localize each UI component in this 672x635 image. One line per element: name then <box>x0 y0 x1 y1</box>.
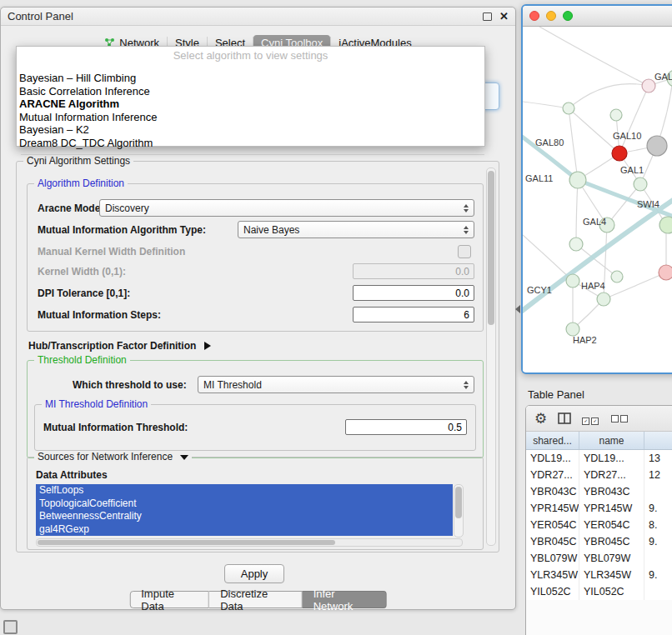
table-row[interactable]: YBR045C YBR045C 9. <box>526 533 672 550</box>
tab-infer-network[interactable]: Infer Network <box>303 591 387 608</box>
mi-type-select[interactable]: Naive Bayes <box>238 221 474 238</box>
mi-steps-field[interactable]: 6 <box>353 307 474 322</box>
cell-shared-name[interactable]: YPR145W <box>526 500 579 517</box>
deselect-all-icon[interactable] <box>611 411 629 426</box>
column-header-name[interactable]: name <box>579 432 644 449</box>
cell-shared-name[interactable]: YER054C <box>526 517 579 533</box>
cell-value[interactable] <box>644 583 672 600</box>
gene-node-red[interactable] <box>612 146 627 161</box>
table-row[interactable]: YLR345W YLR345W 9. <box>526 567 672 583</box>
aracne-mode-select[interactable]: Discovery <box>99 199 474 217</box>
close-traffic-light[interactable] <box>529 11 539 21</box>
dpi-tolerance-label: DPI Tolerance [0,1]: <box>38 288 130 299</box>
column-header-extra[interactable] <box>644 432 672 449</box>
network-canvas[interactable]: GAL GAL80 GAL10 GAL11 GAL1 SWI4 GAL4 GCY… <box>523 27 672 372</box>
float-window-icon[interactable] <box>483 12 492 21</box>
gene-node[interactable] <box>569 172 586 188</box>
table-row[interactable]: YDL19... YDL19... 13 <box>526 450 672 467</box>
gene-node[interactable] <box>611 271 623 282</box>
attributes-horizontal-scrollbar[interactable] <box>36 538 463 547</box>
cell-value[interactable]: 13 <box>644 450 672 467</box>
tab-discretize-data[interactable]: Discretize Data <box>209 591 302 608</box>
cell-value[interactable] <box>644 550 672 567</box>
cell-value[interactable]: 12 <box>644 467 672 483</box>
cell-name[interactable]: YDL19... <box>579 450 644 467</box>
apply-button[interactable]: Apply <box>224 564 284 583</box>
gene-node-pink[interactable] <box>659 265 672 280</box>
cell-shared-name[interactable]: YBL079W <box>526 550 579 567</box>
attribute-item[interactable]: gal4RGexp <box>36 523 453 537</box>
dropdown-item[interactable]: Bayesian – K2 <box>17 123 484 137</box>
dpi-tolerance-field[interactable]: 0.0 <box>353 285 474 301</box>
mi-threshold-field[interactable]: 0.5 <box>345 419 467 435</box>
cell-value[interactable]: 9. <box>644 500 672 517</box>
cell-shared-name[interactable]: YIL052C <box>526 583 579 600</box>
table-row[interactable]: YBL079W YBL079W <box>526 550 672 567</box>
attributes-hscroll-thumb[interactable] <box>38 540 335 545</box>
settings-scrollbar-thumb[interactable] <box>488 171 494 325</box>
column-selector-icon[interactable] <box>558 412 571 424</box>
cell-name[interactable]: YLR345W <box>579 567 644 583</box>
settings-scrollbar[interactable] <box>486 168 496 546</box>
select-all-icon[interactable]: ✓✓ <box>582 411 600 426</box>
cell-shared-name[interactable]: YLR345W <box>526 567 579 583</box>
gene-node[interactable] <box>597 292 610 306</box>
cell-shared-name[interactable]: YBR043C <box>526 483 579 500</box>
cell-name[interactable]: YBR045C <box>579 533 644 550</box>
attribute-item[interactable]: TopologicalCoefficient <box>36 498 453 511</box>
cell-value[interactable]: 9. <box>644 533 672 550</box>
cell-name[interactable]: YDR27... <box>579 467 644 483</box>
manual-kernel-checkbox[interactable] <box>458 245 471 258</box>
cell-value[interactable]: 8. <box>644 517 672 533</box>
kernel-width-field[interactable]: 0.0 <box>353 263 474 279</box>
cell-value[interactable]: 9. <box>644 567 672 583</box>
settings-gear-icon[interactable]: ⚙ <box>534 412 547 426</box>
cell-shared-name[interactable]: YBR045C <box>526 533 579 550</box>
attribute-item[interactable]: SelfLoops <box>36 484 453 498</box>
attribute-item[interactable]: BetweennessCentrality <box>36 510 453 523</box>
cell-name[interactable]: YIL052C <box>579 583 644 600</box>
column-header-shared-name[interactable]: shared... <box>526 432 579 449</box>
gene-node[interactable] <box>610 109 622 121</box>
cell-name[interactable]: YER054C <box>579 517 644 533</box>
which-threshold-select[interactable]: MI Threshold <box>198 376 474 393</box>
gene-node[interactable] <box>566 322 579 336</box>
attributes-vscroll-thumb[interactable] <box>455 487 462 518</box>
gene-node[interactable] <box>634 178 647 191</box>
node-label: GAL4 <box>583 217 606 227</box>
cell-value[interactable] <box>644 483 672 500</box>
restore-panel-icon[interactable] <box>3 620 18 634</box>
node-label: SWI4 <box>637 199 659 209</box>
collapse-down-icon[interactable] <box>180 455 188 460</box>
hub-definition-toggle[interactable]: Hub/Transcription Factor Definition <box>28 337 482 354</box>
dropdown-item[interactable]: Mutual Information Inference <box>17 111 484 124</box>
cell-name[interactable]: YBL079W <box>579 550 644 567</box>
panel-collapse-arrow[interactable] <box>515 305 520 313</box>
cell-name[interactable]: YBR043C <box>579 483 644 500</box>
minimize-traffic-light[interactable] <box>546 11 556 21</box>
table-row[interactable]: YER054C YER054C 8. <box>526 517 672 533</box>
dropdown-item-selected[interactable]: ARACNE Algorithm <box>17 98 484 111</box>
attributes-vertical-scrollbar[interactable] <box>454 484 464 538</box>
sources-group-title[interactable]: Sources for Network Inference <box>34 451 192 462</box>
cell-shared-name[interactable]: YDL19... <box>526 450 579 467</box>
gene-node[interactable] <box>563 102 574 114</box>
gene-node[interactable] <box>566 274 579 288</box>
table-row[interactable]: YDR27... YDR27... 12 <box>526 467 672 483</box>
zoom-traffic-light[interactable] <box>563 11 573 21</box>
table-row[interactable]: YIL052C YIL052C <box>526 583 672 600</box>
tab-impute-data[interactable]: Impute Data <box>129 591 209 608</box>
gene-node[interactable] <box>659 217 672 233</box>
dropdown-item[interactable]: Dream8 DC_TDC Algorithm <box>17 137 484 150</box>
cell-shared-name[interactable]: YDR27... <box>526 467 579 483</box>
close-icon[interactable]: ✕ <box>499 11 509 22</box>
gene-node-gray[interactable] <box>647 136 667 156</box>
expand-right-icon[interactable] <box>204 342 211 350</box>
dropdown-item[interactable]: Basic Correlation Inference <box>17 85 484 98</box>
cell-name[interactable]: YPR145W <box>579 500 644 517</box>
dropdown-item[interactable]: Bayesian – Hill Climbing <box>17 72 484 85</box>
gene-node[interactable] <box>642 79 655 92</box>
table-row[interactable]: YPR145W YPR145W 9. <box>526 500 672 517</box>
table-row[interactable]: YBR043C YBR043C <box>526 483 672 500</box>
gene-node[interactable] <box>569 238 583 251</box>
